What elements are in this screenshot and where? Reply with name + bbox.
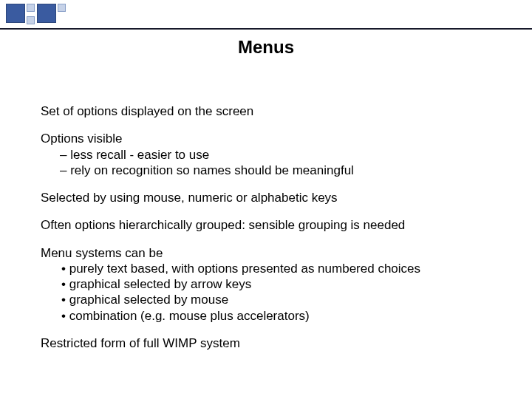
paragraph-2-lead: Options visible [41,131,502,146]
paragraph-4: Often options hierarchically grouped: se… [41,217,502,233]
paragraph-5-bullet-4: combination (e.g. mouse plus accelerator… [41,308,502,324]
slide: Menus Set of options displayed on the sc… [0,0,532,399]
paragraph-2-sub-2: rely on recognition so names should be m… [41,163,502,178]
corner-decoration [0,0,96,31]
paragraph-5-bullet-3: graphical selected by mouse [41,292,502,307]
paragraph-2: Options visible less recall - easier to … [41,131,502,178]
deco-square-large-1 [6,4,25,23]
paragraph-6: Restricted form of full WIMP system [41,335,502,351]
paragraph-5-bullet-1: purely text based, with options presente… [41,261,502,276]
paragraph-2-sub-1: less recall - easier to use [41,147,502,163]
slide-title: Menus [0,37,532,58]
paragraph-3: Selected by using mouse, numeric or alph… [41,190,502,205]
paragraph-5-lead: Menu systems can be [41,245,502,261]
horizontal-rule [0,28,532,30]
paragraph-5: Menu systems can be purely text based, w… [41,245,502,324]
deco-square-small-2 [27,16,35,24]
deco-square-small-3 [58,4,66,12]
deco-square-large-2 [37,4,56,23]
slide-body: Set of options displayed on the screen O… [41,103,502,363]
paragraph-5-bullet-2: graphical selected by arrow keys [41,276,502,292]
deco-square-small-1 [27,4,35,12]
paragraph-1: Set of options displayed on the screen [41,103,502,119]
